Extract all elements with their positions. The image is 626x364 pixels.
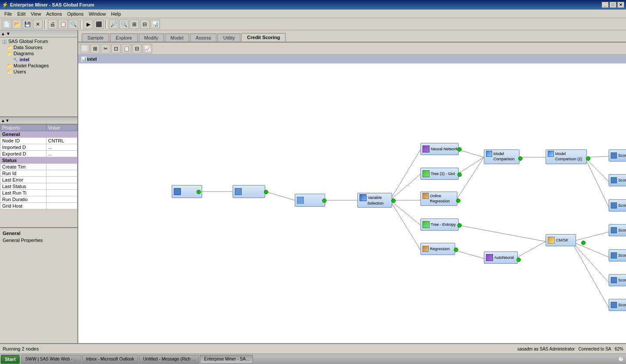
prop-lastrunti-value bbox=[46, 190, 77, 196]
menu-window[interactable]: Window bbox=[86, 11, 108, 17]
dot-n13-out bbox=[581, 241, 586, 245]
status-right: sasadm as SAS Administrator Connected to… bbox=[517, 347, 623, 351]
tree-item-sasglobal[interactable]: 🏢 SAS Global Forum bbox=[1, 38, 77, 44]
diag-cut-btn[interactable]: ✂ bbox=[101, 44, 110, 53]
print-btn[interactable]: 🖨 bbox=[48, 20, 57, 29]
save-button[interactable]: 💾 bbox=[23, 20, 32, 29]
tree-item-users[interactable]: 📁 Users bbox=[1, 69, 77, 75]
prop-exportd-value[interactable]: ... bbox=[46, 151, 77, 157]
menu-edit[interactable]: Edit bbox=[15, 11, 28, 17]
node-varselection[interactable]: Variable Selection bbox=[357, 193, 392, 208]
svg-line-19 bbox=[572, 242, 609, 257]
menu-help[interactable]: Help bbox=[108, 11, 123, 17]
node-score4[interactable]: Score (4) bbox=[609, 274, 626, 286]
props-header: ▲▼ bbox=[0, 117, 77, 124]
tab-sample[interactable]: Sample bbox=[82, 33, 109, 42]
menu-options[interactable]: Options bbox=[64, 11, 86, 17]
new-button[interactable]: 📄 bbox=[2, 20, 11, 29]
node-online-reg[interactable]: Online Regression bbox=[420, 192, 457, 206]
stop-btn[interactable]: ⬛ bbox=[94, 20, 103, 29]
diagram-title: intel bbox=[87, 56, 97, 62]
maximize-button[interactable]: □ bbox=[609, 2, 616, 8]
node-modelcomp2-icon bbox=[548, 151, 554, 157]
folder-icon: 🏢 bbox=[2, 39, 7, 44]
diag-select-btn[interactable]: ⬜ bbox=[80, 44, 90, 53]
node-autoneural[interactable]: AutoNeural bbox=[484, 251, 518, 264]
close-button[interactable]: ✕ bbox=[617, 2, 624, 8]
tree-content: 🏢 SAS Global Forum 📁 Data Sources 📁 Diag… bbox=[0, 37, 77, 76]
node-2[interactable] bbox=[233, 185, 265, 198]
menu-view[interactable]: View bbox=[28, 11, 44, 17]
tree-item-intel[interactable]: 🔧 intel bbox=[1, 56, 77, 63]
dot-n12-out bbox=[586, 156, 590, 161]
tab-model[interactable]: Model bbox=[165, 33, 189, 42]
dot-n1-out bbox=[196, 190, 201, 194]
tree-item-datasources[interactable]: 📁 Data Sources bbox=[1, 44, 77, 50]
chart-btn[interactable]: 📊 bbox=[150, 20, 160, 29]
zoom-out-btn[interactable]: 🔍 bbox=[119, 20, 129, 29]
tab-assess[interactable]: Assess bbox=[190, 33, 216, 42]
taskbar-item-enterprise[interactable]: Enterprise Miner - SA... bbox=[200, 355, 253, 364]
tab-modify[interactable]: Modify bbox=[139, 33, 164, 42]
dot-n9-out bbox=[454, 248, 458, 252]
node-modelcomp2[interactable]: Model Comparison (2) bbox=[546, 149, 587, 164]
svg-line-21 bbox=[572, 242, 609, 308]
node-regression[interactable]: Regression bbox=[420, 243, 455, 255]
prop-importd-value[interactable]: ... bbox=[46, 144, 77, 151]
diagram-toolbar: ⬜ ⊞ ✂ ⊡ 📋 ⊟ 📈 bbox=[78, 43, 626, 55]
diagram-icon: 🔧 bbox=[13, 57, 18, 62]
node-score6[interactable]: Score (6) bbox=[609, 224, 626, 236]
layout-btn[interactable]: ⊟ bbox=[140, 20, 150, 29]
node-neuralnet[interactable]: Neural Network bbox=[420, 143, 459, 155]
dot-n4-out bbox=[391, 199, 396, 203]
node-filter[interactable] bbox=[295, 194, 325, 207]
taskbar-item-sww[interactable]: SWW | SAS Wide Web - ... bbox=[21, 355, 81, 364]
open-button[interactable]: 📂 bbox=[12, 20, 22, 29]
diag-paste-btn[interactable]: 📋 bbox=[122, 44, 131, 53]
taskbar-item-outlook[interactable]: Inbox - Microsoft Outlook bbox=[82, 355, 138, 364]
tab-explore[interactable]: Explore bbox=[110, 33, 137, 42]
tab-credit-scoring[interactable]: Credit Scoring bbox=[241, 33, 286, 42]
node-tree-entropy[interactable]: Tree - Entropy bbox=[420, 218, 459, 231]
taskbar-right: 🕐 bbox=[618, 357, 625, 361]
diag-fitpage-btn[interactable]: ⊟ bbox=[132, 44, 142, 53]
node-score2[interactable]: Score (2) bbox=[609, 299, 626, 311]
menu-file[interactable]: File bbox=[2, 11, 15, 17]
diagram-canvas[interactable]: Variable Selection Neural Network Tree (… bbox=[78, 63, 626, 343]
diagram-area[interactable]: 📊 intel bbox=[78, 55, 626, 343]
tree-collapse-icon[interactable]: ▲ bbox=[1, 31, 5, 36]
node-tree-gini[interactable]: Tree (2) - Gini bbox=[420, 168, 459, 180]
tb-btn-6[interactable]: 🔍 bbox=[69, 20, 78, 29]
node-score3[interactable]: Score (3) bbox=[609, 199, 626, 212]
start-button[interactable]: Start bbox=[1, 355, 20, 364]
prop-rundur-value bbox=[46, 196, 77, 203]
svg-line-6 bbox=[390, 200, 420, 225]
tb-btn-5[interactable]: 📋 bbox=[58, 20, 68, 29]
dot-n8-out bbox=[457, 223, 462, 228]
diag-copy-btn[interactable]: ⊡ bbox=[111, 44, 121, 53]
separator-2 bbox=[80, 20, 82, 29]
dot-n11-out bbox=[516, 258, 521, 262]
grid-btn[interactable]: ⊞ bbox=[130, 20, 139, 29]
dot-n6-out bbox=[457, 172, 462, 177]
tree-item-diagrams[interactable]: 📁 Diagrams bbox=[1, 50, 77, 56]
diag-chart-btn[interactable]: 📈 bbox=[143, 44, 152, 53]
node-score5[interactable]: Score (5) bbox=[609, 149, 626, 162]
zoom-in-btn[interactable]: 🔎 bbox=[109, 20, 118, 29]
node-data-icon bbox=[174, 188, 181, 195]
separator-3 bbox=[105, 20, 107, 29]
node-modelcomp[interactable]: Model Comparison bbox=[484, 149, 519, 164]
diag-grid-btn[interactable]: ⊞ bbox=[90, 44, 100, 53]
minimize-button[interactable]: _ bbox=[602, 2, 609, 8]
menu-actions[interactable]: Actions bbox=[43, 11, 64, 17]
sidebar: ▲ ▼ 🏢 SAS Global Forum 📁 Data Sources 📁 … bbox=[0, 30, 78, 343]
tab-utility[interactable]: Utility bbox=[217, 33, 240, 42]
close-btn[interactable]: ✕ bbox=[33, 20, 43, 29]
tree-item-modelpackages[interactable]: 📁 Model Packages bbox=[1, 63, 77, 69]
node-score7[interactable]: Score (7) bbox=[609, 174, 626, 186]
node-score[interactable]: Score bbox=[609, 249, 626, 261]
taskbar-item-message[interactable]: Untitled - Message (Rich ... bbox=[139, 355, 200, 364]
tree-expand-icon[interactable]: ▼ bbox=[6, 31, 10, 36]
node-cmsk[interactable]: CM/SK bbox=[546, 234, 576, 246]
run-btn[interactable]: ▶ bbox=[83, 20, 93, 29]
